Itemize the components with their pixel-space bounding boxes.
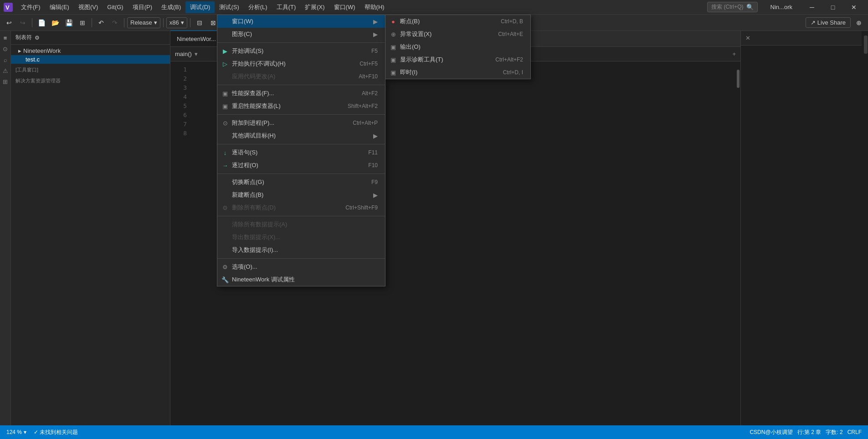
status-extra-2[interactable]: 行:第 2 章 — [796, 429, 823, 436]
debug-deletebp-shortcut: Ctrl+Shift+F9 — [332, 204, 378, 211]
platform-dropdown[interactable]: x86 ▾ — [166, 17, 187, 28]
debug-stepinto-shortcut: F11 — [354, 149, 378, 156]
toolbar-new-btn[interactable]: 📄 — [35, 16, 48, 29]
debug-newbp-label: 新建断点(B) — [232, 191, 263, 199]
toolbar-back-btn[interactable]: ↩ — [3, 16, 15, 29]
menu-file[interactable]: 文件(F) — [16, 1, 45, 13]
sidebar-title: 制表符 — [15, 34, 32, 41]
editor-add-icon[interactable]: + — [732, 51, 736, 57]
debug-menu-graphics[interactable]: 图形(C) ▶ — [217, 28, 385, 41]
toolbar-undo-btn[interactable]: ↶ — [95, 16, 108, 29]
toolbar-forward-btn[interactable]: ↪ — [16, 16, 29, 29]
debug-menu-step-over[interactable]: → 逐过程(O) F10 — [217, 159, 385, 172]
menu-git[interactable]: Git(G) — [103, 2, 128, 12]
submenu-exception-label: 异常设置(X) — [400, 30, 431, 38]
debug-deletebp-icon: ⚙ — [221, 204, 229, 211]
debug-menu-other-targets[interactable]: 其他调试目标(H) ▶ — [217, 129, 385, 142]
line-4: 4 — [170, 92, 187, 102]
submenu-immediate-shortcut: Ctrl+D, I — [489, 69, 523, 76]
debug-menu-restart-profiler[interactable]: ▣ 重启性能探查器(L) Shift+Alt+F2 — [217, 100, 385, 112]
status-crlf[interactable]: CRLF — [846, 429, 863, 435]
debug-menu-import-datatips[interactable]: 导入数据提示(I)... — [217, 244, 385, 256]
submenu-output[interactable]: ▣ 输出(O) — [385, 41, 530, 53]
debug-other-label: 其他调试目标(H) — [232, 132, 276, 140]
line-6: 6 — [170, 111, 187, 120]
debug-graphics-arrow: ▶ — [373, 31, 378, 38]
live-share-icon: ↗ — [811, 19, 816, 26]
tree-project-label: NineteenWork — [23, 47, 61, 54]
sidebar-settings-icon[interactable]: ⚙ — [35, 35, 40, 41]
debug-menu-windows[interactable]: 窗口(W) ▶ — [217, 15, 385, 28]
debug-menu-profiler[interactable]: ▣ 性能探查器(F)... Alt+F2 — [217, 87, 385, 100]
debug-exportdatatips-label: 导出数据提示(X)... — [232, 233, 280, 241]
debug-menu-new-bp[interactable]: 新建断点(B) ▶ — [217, 189, 385, 201]
config-dropdown[interactable]: Release ▾ — [127, 17, 160, 28]
status-zoom[interactable]: 124 % ▾ — [5, 429, 28, 435]
tree-tool-window[interactable]: [工具窗口] — [11, 64, 170, 75]
editor-dropdown-arrow[interactable]: ▾ — [195, 51, 198, 57]
menu-edit[interactable]: 编辑(E) — [45, 1, 74, 13]
menu-build[interactable]: 生成(B) — [157, 1, 185, 13]
debug-menu-options[interactable]: ⚙ 选项(O)... — [217, 260, 385, 273]
menu-view[interactable]: 视图(V) — [74, 1, 103, 13]
menu-test[interactable]: 测试(S) — [215, 1, 243, 13]
sep1 — [217, 42, 385, 43]
menu-window[interactable]: 窗口(W) — [329, 1, 360, 13]
activity-git[interactable]: ⊙ — [0, 44, 10, 54]
search-box[interactable]: 搜索 (Ctrl+Q) 🔍 — [707, 2, 757, 12]
debug-menu-step-into[interactable]: ↓ 逐语句(S) F11 — [217, 146, 385, 159]
status-extra-3-label: 字数: 2 — [826, 429, 842, 436]
activity-solution-explorer[interactable]: ≡ — [0, 33, 10, 43]
debug-properties-icon: 🔧 — [221, 276, 229, 283]
submenu-immediate[interactable]: ▣ 即时(I) Ctrl+D, I — [385, 66, 530, 79]
tree-file-label: test.c — [26, 56, 40, 63]
submenu-breakpoints[interactable]: ● 断点(B) Ctrl+D, B — [385, 15, 530, 28]
toolbar-saveall-btn[interactable]: ⊞ — [76, 16, 89, 29]
debug-profiler-shortcut: Alt+F2 — [348, 90, 378, 97]
debug-menu-properties[interactable]: 🔧 NineteenWork 调试属性 — [217, 273, 385, 286]
activity-debug[interactable]: ⚠ — [0, 66, 10, 76]
right-panel-close-icon[interactable]: ✕ — [745, 35, 750, 41]
toolbar-extra-btn[interactable]: ⊕ — [853, 16, 865, 29]
activity-search[interactable]: ⌕ — [0, 55, 10, 65]
menu-help[interactable]: 帮助(H) — [360, 1, 389, 13]
right-scrollbar[interactable] — [862, 31, 868, 395]
menu-debug[interactable]: 调试(D) — [185, 1, 215, 13]
debug-menu-toggle-bp[interactable]: 切换断点(G) F9 — [217, 176, 385, 189]
line-5: 5 — [170, 102, 187, 111]
toolbar-save-btn[interactable]: 💾 — [62, 16, 75, 29]
main-layout: ≡ ⊙ ⌕ ⚠ ⊞ 制表符 ⚙ ▸ NineteenWork test.c [工… — [0, 31, 868, 425]
status-problems[interactable]: ✓ 未找到相关问题 — [32, 429, 80, 436]
debug-other-arrow: ▶ — [373, 133, 378, 139]
window-submenu: ● 断点(B) Ctrl+D, B ⊕ 异常设置(X) Ctrl+Alt+E ▣… — [385, 15, 531, 79]
tree-file-testc[interactable]: test.c — [11, 55, 170, 64]
debug-start-icon: ▶ — [221, 48, 229, 55]
debug-options-label: 选项(O)... — [232, 263, 257, 271]
menu-extensions[interactable]: 扩展(X) — [300, 1, 329, 13]
tree-project-root[interactable]: ▸ NineteenWork — [11, 46, 170, 55]
live-share-button[interactable]: ↗ Live Share — [806, 17, 851, 28]
debug-menu-attach[interactable]: ⊙ 附加到进程(P)... Ctrl+Alt+P — [217, 117, 385, 129]
debug-menu-start-nodebug[interactable]: ▷ 开始执行(不调试)(H) Ctrl+F5 — [217, 57, 385, 70]
menu-analyze[interactable]: 分析(L) — [244, 1, 272, 13]
minimize-button[interactable]: ─ — [801, 0, 822, 15]
tree-solution-explorer[interactable]: 解决方案资源管理器 — [11, 75, 170, 86]
maximize-button[interactable]: □ — [822, 0, 843, 15]
status-extra-3[interactable]: 字数: 2 — [824, 429, 844, 436]
status-extra-1[interactable]: CSDN@小枝调望 — [748, 429, 794, 436]
sidebar-header: 制表符 ⚙ — [11, 31, 170, 45]
editor-scrollbar[interactable] — [734, 65, 740, 422]
close-button[interactable]: ✕ — [843, 0, 864, 15]
submenu-exception-settings[interactable]: ⊕ 异常设置(X) Ctrl+Alt+E — [385, 28, 530, 41]
menu-tools[interactable]: 工具(T) — [272, 1, 301, 13]
toolbar-redo-btn[interactable]: ↷ — [108, 16, 121, 29]
toolbar-align-btn[interactable]: ⊟ — [193, 16, 206, 29]
menu-project[interactable]: 项目(P) — [128, 1, 157, 13]
submenu-diag-icon: ▣ — [389, 56, 397, 63]
toolbar-open-btn[interactable]: 📂 — [49, 16, 62, 29]
submenu-diag-tools[interactable]: ▣ 显示诊断工具(T) Ctrl+Alt+F2 — [385, 53, 530, 66]
debug-menu-start[interactable]: ▶ 开始调试(S) F5 — [217, 45, 385, 57]
activity-extensions[interactable]: ⊞ — [0, 77, 10, 87]
submenu-diag-label: 显示诊断工具(T) — [400, 56, 443, 64]
right-panel-content — [741, 46, 868, 425]
